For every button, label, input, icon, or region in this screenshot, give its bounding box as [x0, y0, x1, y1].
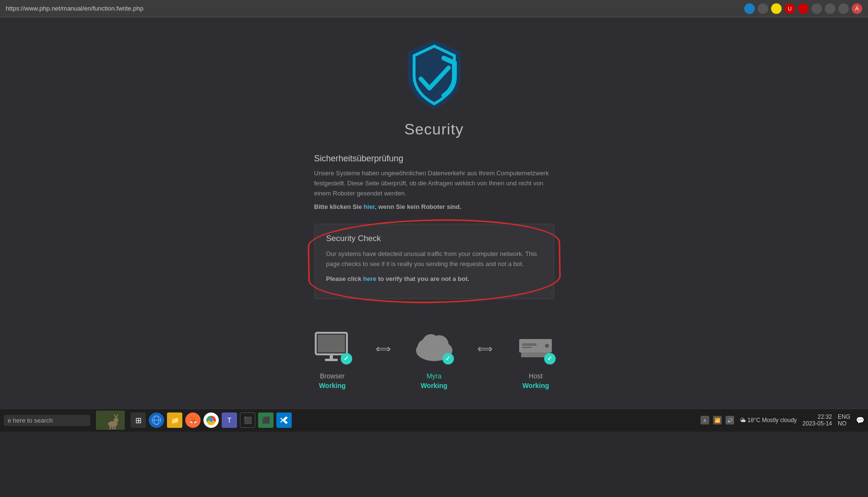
browser-status-item: ✓ Browser Working — [294, 328, 371, 389]
taskbar-app-icons: ⊞ 📁 🦊 T ⬛ ⬛ — [131, 412, 292, 428]
taskbar: e here to search ⊞ 📁 🦊 T ⬛ ⬛ — [0, 409, 868, 432]
language-widget[interactable]: ENG NO — [838, 413, 850, 427]
taskbar-icon-multiscreen[interactable]: ⊞ — [131, 412, 146, 428]
svg-rect-17 — [112, 426, 113, 429]
security-click-line: Please click here to verify that you are… — [326, 274, 542, 284]
german-heading: Sicherheitsüberprüfung — [314, 154, 554, 164]
taskbar-icon-firefox[interactable]: 🦊 — [185, 412, 201, 428]
main-content: Security Sicherheitsüberprüfung Unsere S… — [0, 17, 868, 409]
myra-icon-wrap: ✓ — [413, 328, 456, 366]
ext-icon-8[interactable] — [838, 3, 849, 14]
taskbar-icon-chrome[interactable] — [203, 412, 219, 428]
svg-rect-18 — [114, 426, 116, 429]
svg-point-15 — [114, 418, 119, 423]
clock-widget[interactable]: 22:32 2023-05-14 — [803, 413, 832, 427]
profile-icon[interactable]: A — [852, 3, 862, 14]
german-click-line: Bitte klicken Sie hier, wenn Sie kein Ro… — [314, 202, 554, 212]
browser-icon-wrap: ✓ — [311, 328, 354, 366]
german-section: Sicherheitsüberprüfung Unsere Systeme ha… — [314, 154, 554, 212]
ext-icon-7[interactable] — [825, 3, 835, 14]
security-check-paragraph: Our systems have detected unusual traffi… — [326, 249, 542, 269]
host-status: Working — [523, 382, 549, 389]
shield-logo — [401, 36, 468, 113]
ext-icon-3[interactable] — [771, 3, 782, 14]
taskbar-right: ∧ 📶 🔊 🌥 18°C Mostly cloudy 22:32 2023-05… — [701, 413, 864, 427]
arrow-browser-myra: ⟺ — [376, 343, 391, 355]
browser-chrome-bar: https://www.php.net/manual/en/function.f… — [0, 0, 868, 17]
notification-icon[interactable]: 💬 — [856, 416, 864, 424]
taskbar-icon-terminal[interactable]: ⬛ — [240, 412, 255, 428]
clock-time: 22:32 — [803, 413, 832, 420]
security-check-box: Security Check Our systems have detected… — [314, 224, 554, 299]
host-status-item: ✓ Host Working — [498, 328, 574, 389]
ext-icon-4[interactable]: U — [785, 3, 795, 14]
taskbar-icon-browser[interactable] — [149, 412, 164, 428]
tray-area: ∧ 📶 🔊 — [701, 416, 734, 424]
page-title: Security — [404, 121, 464, 138]
host-check-badge: ✓ — [544, 353, 556, 364]
german-paragraph: Unsere Systeme haben ungewöhnlichen Date… — [314, 169, 554, 198]
myra-label: Myra — [427, 372, 441, 380]
here-link[interactable]: here — [363, 275, 376, 282]
taskbar-search-text: e here to search — [8, 417, 53, 424]
taskbar-icon-app2[interactable]: ⬛ — [258, 412, 273, 428]
ext-icon-2[interactable] — [758, 3, 768, 14]
security-check-heading: Security Check — [326, 234, 542, 243]
svg-rect-12 — [522, 347, 532, 348]
clock-date: 2023-05-14 — [803, 420, 832, 427]
browser-check-badge: ✓ — [341, 353, 352, 364]
myra-check-badge: ✓ — [442, 353, 454, 364]
status-section: ✓ Browser Working ⟺ ✓ Myra Working — [294, 328, 574, 389]
myra-status-item: ✓ Myra Working — [396, 328, 473, 389]
tray-volume-icon[interactable]: 🔊 — [725, 416, 734, 424]
taskbar-icon-teams[interactable]: T — [222, 412, 237, 428]
hier-link[interactable]: hier — [364, 203, 375, 210]
tray-icon-1[interactable]: ∧ — [701, 416, 709, 424]
svg-rect-16 — [109, 426, 111, 429]
taskbar-icon-folder[interactable]: 📁 — [167, 412, 182, 428]
taskbar-search-area[interactable]: e here to search — [4, 415, 90, 426]
weather-text: 18°C Mostly cloudy — [748, 417, 797, 424]
svg-rect-3 — [325, 359, 338, 361]
arrow-myra-host: ⟺ — [477, 343, 493, 355]
browser-label: Browser — [320, 372, 345, 380]
taskbar-icon-vscode[interactable] — [276, 412, 292, 428]
deer-thumbnail — [96, 411, 125, 430]
browser-toolbar-icons: U A — [744, 3, 862, 14]
tray-network-icon[interactable]: 📶 — [713, 416, 722, 424]
weather-widget[interactable]: 🌥 18°C Mostly cloudy — [740, 417, 797, 424]
ext-icon-5[interactable] — [798, 3, 809, 14]
ext-icon-1[interactable] — [744, 3, 755, 14]
host-label: Host — [529, 372, 543, 380]
host-icon-wrap: ✓ — [514, 328, 558, 366]
browser-status: Working — [319, 382, 346, 389]
svg-rect-2 — [330, 354, 333, 359]
url-bar[interactable]: https://www.php.net/manual/en/function.f… — [6, 5, 143, 12]
ext-icon-6[interactable] — [811, 3, 822, 14]
svg-point-10 — [545, 344, 549, 348]
svg-rect-11 — [522, 343, 536, 346]
svg-rect-1 — [318, 335, 345, 352]
myra-status: Working — [421, 382, 448, 389]
content-wrapper: Sicherheitsüberprüfung Unsere Systeme ha… — [314, 154, 554, 328]
weather-icon: 🌥 — [740, 417, 746, 424]
svg-point-7 — [422, 334, 440, 352]
